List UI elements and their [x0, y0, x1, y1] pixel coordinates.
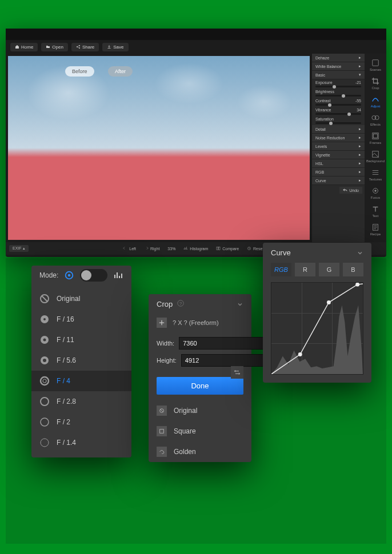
- curve-tab-rgb[interactable]: RGB: [271, 263, 291, 276]
- rgb-label: RGB: [315, 170, 324, 174]
- open-button[interactable]: Open: [41, 43, 68, 51]
- brightness-label: Brightness: [315, 90, 334, 94]
- rail-crop[interactable]: Crop: [366, 75, 385, 91]
- swap-dimensions-button[interactable]: [231, 366, 243, 379]
- curve-title: Curve: [271, 248, 291, 257]
- aperture-item[interactable]: F / 5.6: [31, 350, 131, 371]
- home-button[interactable]: Home: [10, 43, 38, 51]
- section-levels[interactable]: Levels▸: [312, 142, 365, 151]
- svg-point-24: [43, 359, 46, 362]
- section-vignette[interactable]: Vignette▸: [312, 151, 365, 159]
- section-dehaze[interactable]: Dehaze▸: [312, 54, 365, 62]
- chevron-down-icon[interactable]: [237, 301, 243, 308]
- section-white-balance[interactable]: White Balance▸: [312, 62, 365, 71]
- section-noise[interactable]: Noise Reduction▸: [312, 134, 365, 142]
- mode-toggle[interactable]: [80, 269, 107, 282]
- crop-panel-header: Crop ?: [149, 294, 251, 314]
- curve-control-point[interactable]: [355, 283, 359, 287]
- curve-graph[interactable]: [271, 282, 363, 375]
- brightness-slider[interactable]: [315, 95, 361, 97]
- crop-panel: Crop ? ? X ? (Freeform) Width: Height: D…: [149, 294, 251, 462]
- share-button[interactable]: Share: [71, 43, 99, 51]
- svg-point-27: [41, 398, 49, 406]
- width-input[interactable]: [179, 337, 266, 350]
- save-button[interactable]: Save: [102, 43, 128, 51]
- freeform-icon: [157, 318, 167, 328]
- chevron-down-icon[interactable]: [357, 250, 363, 256]
- rail-text[interactable]: Text: [366, 203, 385, 219]
- exif-button[interactable]: EXIF ▴: [9, 245, 29, 252]
- histogram-button[interactable]: Histogram: [183, 246, 208, 251]
- aperture-icon: [39, 355, 50, 366]
- curve-tab-g[interactable]: G: [319, 263, 339, 276]
- exposure-slider[interactable]: [315, 86, 361, 87]
- crop-preset-item[interactable]: Golden: [149, 441, 251, 462]
- svg-point-5: [375, 116, 379, 120]
- aperture-item[interactable]: Original: [31, 288, 131, 309]
- detail-label: Detail: [315, 127, 326, 131]
- vibrance-slider[interactable]: [315, 113, 361, 115]
- rail-adjust[interactable]: Adjust: [366, 94, 385, 110]
- curve-line[interactable]: [271, 283, 363, 374]
- compare-button[interactable]: Compare: [216, 246, 239, 251]
- preset-icon: [157, 406, 167, 416]
- rotate-left-button[interactable]: Left: [123, 246, 136, 251]
- open-label: Open: [52, 45, 63, 50]
- aperture-label: F / 5.6: [57, 356, 76, 364]
- rail-textures[interactable]: Textures: [366, 167, 385, 183]
- wb-label: White Balance: [315, 65, 341, 69]
- preset-icon: [157, 447, 167, 457]
- aperture-item[interactable]: F / 16: [31, 309, 131, 330]
- aperture-item[interactable]: F / 11: [31, 330, 131, 350]
- rail-recipe[interactable]: Recipe: [366, 222, 385, 238]
- section-curve[interactable]: Curve▸: [312, 176, 365, 185]
- rail-focus[interactable]: Focus: [366, 185, 385, 201]
- target-icon[interactable]: [64, 270, 74, 280]
- bars-icon[interactable]: [113, 271, 122, 280]
- aperture-icon: [39, 376, 50, 386]
- svg-point-16: [68, 274, 71, 277]
- crop-preset-item[interactable]: Original: [149, 400, 251, 421]
- curve-control-point[interactable]: [327, 300, 331, 304]
- rail-background[interactable]: Background: [366, 148, 385, 164]
- zoom-display[interactable]: 33%: [167, 247, 175, 251]
- undo-button[interactable]: Undo: [339, 187, 362, 194]
- vibrance-label: Vibrance: [315, 108, 331, 112]
- rail-effects[interactable]: Effects: [366, 112, 385, 128]
- done-button[interactable]: Done: [157, 377, 243, 395]
- svg-text:?: ?: [179, 301, 182, 306]
- curve-control-point[interactable]: [298, 352, 302, 356]
- photo-canvas[interactable]: Before After: [8, 56, 310, 240]
- freeform-row[interactable]: ? X ? (Freeform): [149, 314, 251, 335]
- aperture-label: F / 11: [57, 336, 74, 344]
- saturation-slider[interactable]: [315, 122, 361, 124]
- rail-frames[interactable]: Frames: [366, 130, 385, 146]
- section-rgb[interactable]: RGB▸: [312, 168, 365, 176]
- curve-tab-b[interactable]: B: [343, 263, 363, 276]
- aperture-item[interactable]: F / 2.8: [31, 391, 131, 412]
- crop-icon: [371, 77, 379, 85]
- rail-scenes[interactable]: Scenes: [366, 57, 385, 73]
- aperture-item[interactable]: F / 2: [31, 412, 131, 432]
- background-icon: [371, 150, 379, 158]
- section-hsl[interactable]: HSL▸: [312, 159, 365, 168]
- aperture-item[interactable]: F / 4: [31, 371, 131, 391]
- contrast-slider[interactable]: [315, 104, 361, 106]
- reset-icon: [247, 246, 251, 251]
- scenes-icon: [371, 59, 379, 67]
- help-icon[interactable]: ?: [177, 300, 184, 307]
- contrast-value: -55: [355, 99, 361, 103]
- height-input[interactable]: [181, 354, 268, 367]
- section-detail[interactable]: Detail▸: [312, 125, 365, 134]
- section-basic[interactable]: Basic▾: [312, 71, 365, 79]
- curve-tab-r[interactable]: R: [295, 263, 315, 276]
- crop-preset-item[interactable]: Square: [149, 421, 251, 441]
- share-label: Share: [82, 45, 94, 50]
- aperture-item[interactable]: F / 1.4: [31, 432, 131, 453]
- curve-label: Curve: [315, 179, 326, 183]
- focus-icon: [371, 187, 379, 195]
- mode-header-row: Mode:: [31, 266, 131, 288]
- rotate-right-button[interactable]: Right: [144, 246, 159, 251]
- home-icon: [15, 45, 19, 49]
- save-label: Save: [113, 45, 123, 50]
